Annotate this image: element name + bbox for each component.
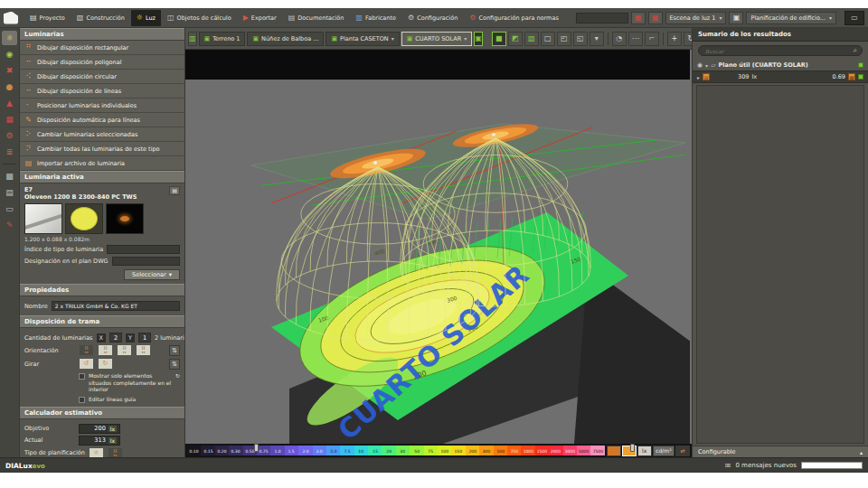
chevron-down-icon[interactable]: ▾ (705, 62, 708, 69)
messages-label[interactable]: 0 mensajes nuevos (735, 462, 797, 469)
view-textured-icon[interactable]: ■ (492, 32, 506, 46)
rotate-ccw-icon: ↺ (84, 360, 90, 367)
scale-value-label: 1500 (537, 448, 547, 453)
scale-handle-high[interactable] (630, 444, 635, 452)
edit-guides-checkbox[interactable] (79, 397, 85, 403)
menu-item-configuracion[interactable]: ⚙Configuración (402, 10, 463, 26)
y-count-input[interactable] (138, 333, 151, 343)
norm-save-button[interactable]: ▦ (631, 12, 646, 24)
orientation-option-2[interactable]: ⣛ (98, 344, 113, 356)
new-view-button[interactable]: ▣ (474, 32, 483, 46)
guide-icon[interactable]: ⌐ (645, 32, 659, 46)
view-tab-cuarto-solar[interactable]: ▣CUARTO SOLAR▾ (401, 32, 473, 46)
view-hidden-icon[interactable]: ◰ (557, 32, 571, 46)
select-luminaire-button[interactable]: Seleccionar ▾ (124, 269, 180, 280)
luminaires-icon[interactable]: ☼ (2, 31, 17, 45)
surfaces-icon[interactable]: ▭ (2, 202, 17, 216)
tool-importar-button[interactable]: ▤Importar archivo de luminaria (20, 156, 184, 171)
planning-mode-select[interactable]: Planificación de edificio... ▾ (746, 12, 836, 24)
viewport-3d[interactable]: 500400300200100150200 CUARTO SOLAR (185, 50, 692, 444)
luminaire-brand-thumbnail[interactable] (106, 203, 144, 234)
materials-icon[interactable]: ● (2, 80, 17, 94)
menu-item-configuracion-normas[interactable]: ⚙Configuración para normas (464, 10, 564, 26)
rotate-ccw-button[interactable]: ↺ (79, 358, 94, 370)
show-inside-checkbox[interactable] (79, 373, 85, 380)
result-value-row[interactable]: ▸ ⊞ 309 lx 0.69 ▦ (693, 70, 868, 83)
light-scene-select[interactable]: Escena de luz 1 ▾ (665, 12, 727, 24)
planning-type-option-1[interactable]: ☼ (89, 447, 104, 458)
observer-icon[interactable]: ✎ (2, 218, 17, 232)
dwg-input[interactable] (112, 257, 180, 266)
unit-cdm2-button[interactable]: cd/m² (653, 446, 675, 456)
cutout-icon[interactable]: ▲ (2, 96, 17, 110)
menu-item-documentacion[interactable]: ▤Documentación (283, 10, 350, 26)
orbit-icon[interactable]: ◔ (612, 32, 627, 46)
view-cad-icon[interactable]: ▧ (524, 32, 539, 46)
orientation-option-4[interactable]: ⣛ (136, 344, 151, 356)
menu-item-proyecto[interactable]: ▤Proyecto (24, 10, 71, 26)
search-input[interactable] (703, 47, 850, 55)
type-index-input[interactable] (107, 245, 180, 254)
scale-track[interactable]: 0.100.150.200.300.500.751.01.52.03.05.07… (187, 446, 605, 455)
refresh-icon[interactable]: ↻ (175, 372, 180, 380)
target-value-field[interactable]: 200 lx (79, 424, 120, 434)
eye-icon[interactable]: ◉ (697, 61, 703, 69)
scene-canvas[interactable]: 500400300200100150200 CUARTO SOLAR (185, 50, 690, 444)
menu-item-exportar[interactable]: ▶Exportar (238, 10, 282, 26)
tool-lineas-button[interactable]: ⠒Dibujar disposición de líneas (20, 84, 184, 99)
view-options-chevron[interactable]: ▾ (590, 32, 604, 46)
menu-item-objetos-calculo[interactable]: ◫Objetos de cálculo (162, 10, 237, 26)
scale-value-label: 3000 (565, 448, 575, 453)
tool-cambiar-todas-button[interactable]: ⠝Cambiar todas las luminarias de este ti… (20, 142, 184, 156)
copy-luminaire-button[interactable]: ▤ (169, 186, 180, 195)
orientation-option-1[interactable]: ⣛ (79, 344, 94, 356)
norm-delete-button[interactable]: ▦ (648, 12, 663, 24)
furniture-icon[interactable]: ✖ (2, 63, 17, 78)
configurable-footer[interactable]: Configurable ▴ (693, 446, 868, 457)
result-group-row[interactable]: ◉ ▾ ▱ Plano útil (CUARTO SOLAR) (693, 60, 868, 70)
luminaire-photo-thumbnail[interactable] (24, 203, 62, 234)
tool-circular-button[interactable]: ⠪Dibujar disposición circular (20, 70, 184, 84)
view-wire-icon[interactable]: □ (541, 32, 555, 46)
view-surfaces-icon[interactable]: ◩ (508, 32, 523, 46)
messages-icon[interactable]: ✉ (725, 462, 731, 470)
light-scene-icon[interactable]: ◉ (2, 47, 17, 61)
x-count-input[interactable] (109, 333, 122, 343)
luminaire-polar-diagram-thumbnail[interactable] (65, 203, 103, 234)
view-tab-planta-caseton[interactable]: ▣Planta CASETON▾ (326, 32, 399, 46)
name-input[interactable] (52, 301, 180, 311)
planning-type-option-2[interactable]: ⣛ (108, 447, 123, 458)
menu-item-luz[interactable]: ☼Luz (131, 10, 161, 26)
scale-handle-low[interactable] (254, 444, 259, 452)
menu-item-fabricante[interactable]: ▥Fabricante (350, 10, 401, 26)
orientation-option-3[interactable]: ⣛ (117, 344, 132, 356)
swap-units-button[interactable]: ⇄ (675, 446, 690, 456)
tool-automatica-button[interactable]: ✎Disposición automática para líneas (20, 113, 184, 127)
view-icon[interactable]: ▩ (2, 169, 17, 183)
view-tab-nunez[interactable]: ▣Núñez de Balboa ... (247, 32, 324, 46)
falsecolor-thumb-icon[interactable]: ▦ (848, 73, 855, 80)
storeys-icon[interactable]: ≣ (2, 145, 17, 159)
building-icon[interactable]: ▦ (2, 112, 17, 127)
repair-icon[interactable]: ⚙ (2, 128, 17, 143)
export-view-icon[interactable]: ▤ (2, 185, 17, 200)
window-layout-button[interactable]: ▭ (844, 11, 864, 25)
measure-icon[interactable]: ⋯ (628, 32, 643, 46)
tool-individuales-button[interactable]: ⠂Posicionar luminarias individuales (20, 99, 184, 113)
falsecolor-mode-button[interactable] (607, 446, 621, 456)
viewport-menu-button[interactable]: ▥ (188, 32, 197, 46)
chevron-right-icon[interactable]: ▸ (697, 74, 700, 80)
tool-rectangular-button[interactable]: ⠛Dibujar disposición rectangular (20, 41, 184, 55)
orientation-spinner[interactable]: ⇅ (169, 345, 180, 356)
unit-lx-button[interactable]: lx (637, 446, 652, 456)
zoom-in-icon[interactable]: + (667, 32, 682, 46)
view-tab-terreno[interactable]: ▣Terreno 1 (199, 32, 246, 46)
rotate-cw-button[interactable]: ↻ (98, 358, 113, 370)
rotate-spinner[interactable]: ⇅ (169, 359, 180, 370)
light-scene-manager-button[interactable]: ▣ (729, 12, 743, 24)
tool-cambiar-seleccionadas-button[interactable]: ⠕Cambiar luminarias seleccionadas (20, 127, 184, 142)
tool-poligonal-button[interactable]: ⠒Dibujar disposición poligonal (20, 55, 184, 70)
view-outline-icon[interactable]: ◱ (573, 32, 588, 46)
menu-item-construccion[interactable]: ▧Construcción (71, 10, 130, 26)
norm-value-input[interactable] (576, 13, 628, 23)
